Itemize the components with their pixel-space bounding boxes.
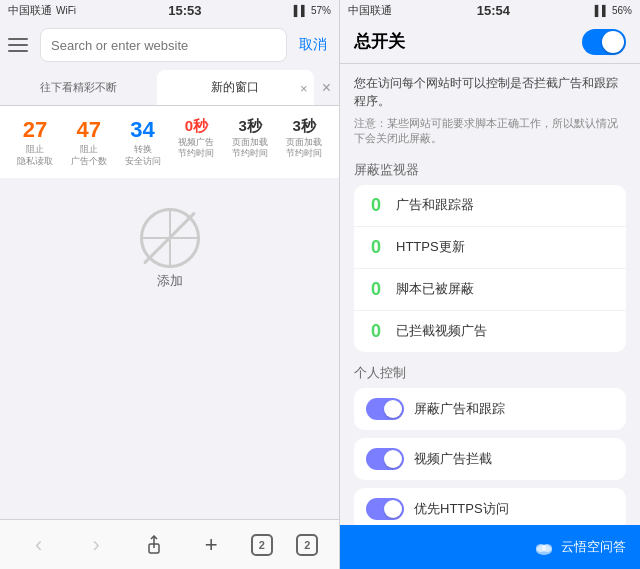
monitor-section-title: 屏蔽监视器 <box>354 161 626 179</box>
search-input[interactable] <box>51 38 276 53</box>
tab-bar: 往下看精彩不断 新的窗口 × × <box>0 70 339 106</box>
status-carrier-left: 中国联通 WiFi <box>8 3 76 18</box>
add-icon: + <box>205 532 218 558</box>
add-label: 添加 <box>157 272 183 290</box>
toggle-label-1: 视频广告拦截 <box>414 450 492 468</box>
monitor-label-0: 广告和跟踪器 <box>396 196 614 214</box>
monitor-count-2: 0 <box>366 279 386 300</box>
tab-history-label: 往下看精彩不断 <box>40 80 117 95</box>
stat-ads: 47 阻止 广告个数 <box>64 118 114 168</box>
stat-label-privacy: 阻止 隐私读取 <box>17 144 53 167</box>
cancel-button[interactable]: 取消 <box>295 32 331 58</box>
right-panel: 中国联通 15:54 ▌▌ 56% 总开关 您在访问每个网站时可以控制是否拦截广… <box>340 0 640 569</box>
toggle-row-1: 视频广告拦截 <box>354 438 626 480</box>
battery-left: 57% <box>311 5 331 16</box>
tab-new-label: 新的窗口 <box>211 79 259 96</box>
monitor-label-3: 已拦截视频广告 <box>396 322 614 340</box>
monitor-label-2: 脚本已被屏蔽 <box>396 280 614 298</box>
toggle-0[interactable] <box>366 398 404 420</box>
globe-container <box>140 208 200 268</box>
monitor-row-0: 0 广告和跟踪器 <box>354 185 626 227</box>
toggle-label-2: 优先HTTPS访问 <box>414 500 509 518</box>
top-bar: 取消 <box>0 20 339 70</box>
signal-right-icon: ▌▌ <box>595 5 609 16</box>
stat-label-https: 转换 安全访问 <box>125 144 161 167</box>
stat-number-page2: 3秒 <box>292 118 315 135</box>
monitor-row-2: 0 脚本已被屏蔽 <box>354 269 626 311</box>
toggle-row-2: 优先HTTPS访问 <box>354 488 626 525</box>
toggle-1[interactable] <box>366 448 404 470</box>
right-bottom-bar: 云悟空问答 <box>340 525 640 569</box>
tab-count[interactable]: 2 <box>251 534 273 556</box>
monitor-row-1: 0 HTTPS更新 <box>354 227 626 269</box>
stat-video-time: 0秒 视频广告 节约时间 <box>171 118 221 168</box>
stat-number-ads: 47 <box>77 118 101 142</box>
tab-history[interactable]: 往下看精彩不断 <box>0 70 157 105</box>
menu-button[interactable] <box>8 33 32 57</box>
back-button[interactable]: ‹ <box>21 527 57 563</box>
note-text: 注意：某些网站可能要求脚本正确工作，所以默认情况下会关闭此屏蔽。 <box>354 116 626 147</box>
stat-https: 34 转换 安全访问 <box>118 118 168 168</box>
logo-text: 云悟空问答 <box>561 538 626 556</box>
tab-count2[interactable]: 2 <box>296 534 318 556</box>
monitor-label-1: HTTPS更新 <box>396 238 614 256</box>
cloud-icon <box>533 536 555 558</box>
left-panel: 中国联通 WiFi 15:53 ▌▌ 57% 取消 往下看精彩不断 新的窗口 ×… <box>0 0 340 569</box>
right-content: 您在访问每个网站时可以控制是否拦截广告和跟踪程序。 注意：某些网站可能要求脚本正… <box>340 64 640 525</box>
forward-button[interactable]: › <box>78 527 114 563</box>
toggle-label-0: 屏蔽广告和跟踪 <box>414 400 505 418</box>
menu-line3 <box>8 50 28 52</box>
add-tab-button[interactable]: + <box>193 527 229 563</box>
stat-label-ads: 阻止 广告个数 <box>71 144 107 167</box>
carrier-left: 中国联通 <box>8 3 52 18</box>
stat-number-https: 34 <box>130 118 154 142</box>
stat-label-page1: 页面加载 节约时间 <box>232 137 268 160</box>
content-area: 添加 <box>0 178 339 519</box>
svg-point-4 <box>542 544 552 552</box>
stat-page-time1: 3秒 页面加载 节约时间 <box>225 118 275 168</box>
right-header: 总开关 <box>340 20 640 64</box>
menu-line2 <box>8 44 28 46</box>
toggle-row-0: 屏蔽广告和跟踪 <box>354 388 626 430</box>
personal-section-title: 个人控制 <box>354 364 626 382</box>
monitor-row-3: 0 已拦截视频广告 <box>354 311 626 352</box>
toggle-2[interactable] <box>366 498 404 520</box>
share-button[interactable] <box>136 527 172 563</box>
bottom-toolbar: ‹ › + 2 2 <box>0 519 339 569</box>
stat-label-page2: 页面加载 节约时间 <box>286 137 322 160</box>
globe-slash <box>143 211 196 264</box>
master-toggle[interactable] <box>582 29 626 55</box>
description-text: 您在访问每个网站时可以控制是否拦截广告和跟踪程序。 <box>354 74 626 110</box>
forward-icon: › <box>93 532 100 558</box>
status-right-left: ▌▌ 57% <box>294 5 331 16</box>
stat-number-video: 0秒 <box>185 118 208 135</box>
monitor-count-1: 0 <box>366 237 386 258</box>
tab-new-window[interactable]: 新的窗口 × <box>157 70 314 105</box>
close-icon[interactable]: × <box>322 79 331 97</box>
stat-privacy: 27 阻止 隐私读取 <box>10 118 60 168</box>
menu-line1 <box>8 38 28 40</box>
bottom-logo: 云悟空问答 <box>533 536 626 558</box>
stat-number-privacy: 27 <box>23 118 47 142</box>
monitor-count-3: 0 <box>366 321 386 342</box>
tab-close-icon[interactable]: × <box>300 80 308 95</box>
back-icon: ‹ <box>35 532 42 558</box>
tab-close-button[interactable]: × <box>314 70 339 105</box>
stat-number-page1: 3秒 <box>239 118 262 135</box>
globe-icon <box>140 208 200 268</box>
search-bar[interactable] <box>40 28 287 62</box>
battery-area-right: ▌▌ 56% <box>595 5 632 16</box>
signal-icon: ▌▌ <box>294 5 308 16</box>
wifi-icon: WiFi <box>56 5 76 16</box>
battery-right: 56% <box>612 5 632 16</box>
right-panel-title: 总开关 <box>354 30 405 53</box>
time-right: 15:54 <box>477 3 510 18</box>
monitor-count-0: 0 <box>366 195 386 216</box>
stat-page-time2: 3秒 页面加载 节约时间 <box>279 118 329 168</box>
stats-section: 27 阻止 隐私读取 47 阻止 广告个数 34 转换 安全访问 0秒 视频广告… <box>0 106 339 178</box>
stat-label-video: 视频广告 节约时间 <box>178 137 214 160</box>
share-icon <box>144 535 164 555</box>
monitor-card: 0 广告和跟踪器 0 HTTPS更新 0 脚本已被屏蔽 0 已拦截视频广告 <box>354 185 626 352</box>
time-left: 15:53 <box>168 3 201 18</box>
status-bar-left: 中国联通 WiFi 15:53 ▌▌ 57% <box>0 0 339 20</box>
